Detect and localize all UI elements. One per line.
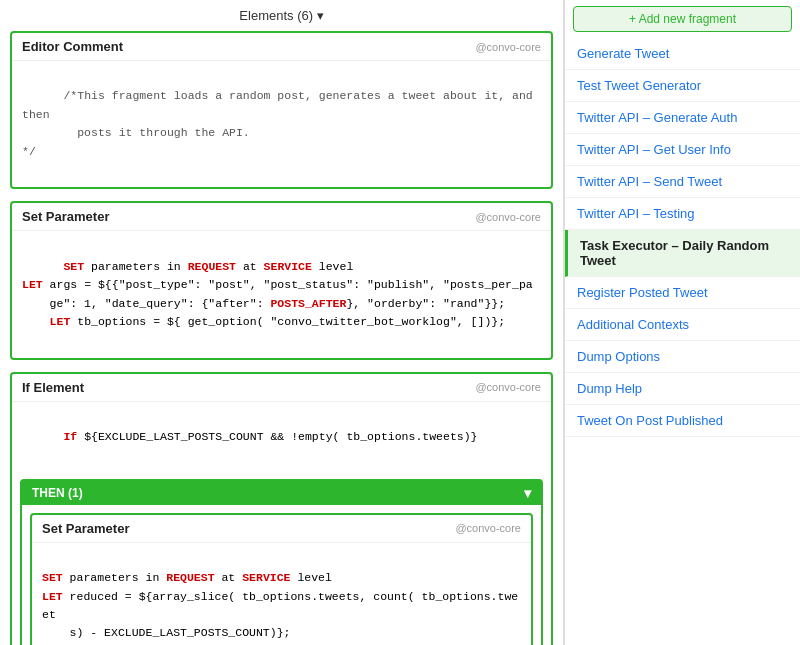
elements-count: Elements (6) ▾	[239, 8, 323, 23]
set-text-3: level	[312, 260, 353, 273]
editor-comment-source: @convo-core	[475, 41, 541, 53]
editor-comment-block: Editor Comment @convo-core /*This fragme…	[10, 31, 553, 189]
sidebar-item-additional-contexts[interactable]: Additional Contexts	[565, 309, 800, 341]
if-element-title: If Element	[22, 380, 84, 395]
sidebar-item-task-executor-daily-random-tweet[interactable]: Task Executor – Daily Random Tweet	[565, 230, 800, 277]
elements-header[interactable]: Elements (6) ▾	[10, 0, 553, 31]
then-reduced-text: reduced = ${array_slice( tb_options.twee…	[42, 590, 518, 640]
then-level-text: level	[290, 571, 331, 584]
add-fragment-button[interactable]: + Add new fragment	[573, 6, 792, 32]
sidebar-item-dump-options[interactable]: Dump Options	[565, 341, 800, 373]
args-text-2: }, "orderby": "rand"}};	[346, 297, 505, 310]
sidebar-item-generate-tweet[interactable]: Generate Tweet	[565, 38, 800, 70]
then-inner: Set Parameter @convo-core SET parameters…	[22, 505, 541, 645]
sidebar-item-register-posted-tweet[interactable]: Register Posted Tweet	[565, 277, 800, 309]
sidebar-item-twitter-api-get-user-info[interactable]: Twitter API – Get User Info	[565, 134, 800, 166]
set-text-2: at	[236, 260, 264, 273]
editor-comment-header: Editor Comment @convo-core	[12, 33, 551, 61]
sidebar-item-dump-help[interactable]: Dump Help	[565, 373, 800, 405]
then-set-parameter-source: @convo-core	[455, 522, 521, 534]
editor-comment-text: /*This fragment loads a random post, gen…	[22, 89, 540, 157]
if-kw: If	[63, 430, 77, 443]
if-element-block: If Element @convo-core If ${EXCLUDE_LAST…	[10, 372, 553, 645]
set-parameter-block-1: Set Parameter @convo-core SET parameters…	[10, 201, 553, 359]
then-set-parameter-block: Set Parameter @convo-core SET parameters…	[30, 513, 533, 645]
posts-after-kw: POSTS_AFTER	[270, 297, 346, 310]
tb-text: tb_options = ${ get_option( "convo_twitt…	[70, 315, 505, 328]
then-chevron-icon: ▾	[524, 485, 531, 501]
set-parameter-1-header: Set Parameter @convo-core	[12, 203, 551, 231]
right-panel: + Add new fragment Generate Tweet Test T…	[564, 0, 800, 645]
let-kw-1: LET	[22, 278, 43, 291]
let-kw-2: LET	[22, 315, 70, 328]
editor-comment-title: Editor Comment	[22, 39, 123, 54]
then-set-parameter-body: SET parameters in REQUEST at SERVICE lev…	[32, 543, 531, 645]
sidebar-item-twitter-api-generate-auth[interactable]: Twitter API – Generate Auth	[565, 102, 800, 134]
editor-comment-body: /*This fragment loads a random post, gen…	[12, 61, 551, 187]
then-set-text: parameters in	[63, 571, 167, 584]
set-kw: SET	[63, 260, 84, 273]
then-let-kw-1: LET	[42, 590, 63, 603]
sidebar-item-twitter-api-testing[interactable]: Twitter API – Testing	[565, 198, 800, 230]
set-parameter-1-source: @convo-core	[475, 211, 541, 223]
then-label: THEN (1)	[32, 486, 83, 500]
set-text-1: parameters in	[91, 260, 188, 273]
then-set-parameter-title: Set Parameter	[42, 521, 129, 536]
if-condition: ${EXCLUDE_LAST_POSTS_COUNT && !empty( tb…	[77, 430, 477, 443]
then-service-kw: SERVICE	[242, 571, 290, 584]
sidebar-item-test-tweet-generator[interactable]: Test Tweet Generator	[565, 70, 800, 102]
if-condition-body: If ${EXCLUDE_LAST_POSTS_COUNT && !empty(…	[12, 402, 551, 473]
sidebar-item-tweet-on-post-published[interactable]: Tweet On Post Published	[565, 405, 800, 437]
then-set-kw: SET	[42, 571, 63, 584]
set-parameter-1-title: Set Parameter	[22, 209, 109, 224]
then-at-text: at	[215, 571, 243, 584]
then-request-kw: REQUEST	[166, 571, 214, 584]
service-kw: SERVICE	[264, 260, 312, 273]
then-header[interactable]: THEN (1) ▾	[22, 481, 541, 505]
left-panel: Elements (6) ▾ Editor Comment @convo-cor…	[0, 0, 564, 645]
request-kw: REQUEST	[188, 260, 236, 273]
if-element-header: If Element @convo-core	[12, 374, 551, 402]
sidebar-item-twitter-api-send-tweet[interactable]: Twitter API – Send Tweet	[565, 166, 800, 198]
then-block: THEN (1) ▾ Set Parameter @convo-core SET…	[20, 479, 543, 645]
then-set-parameter-header: Set Parameter @convo-core	[32, 515, 531, 543]
set-parameter-1-body: SET parameters in REQUEST at SERVICE lev…	[12, 231, 551, 357]
if-element-source: @convo-core	[475, 381, 541, 393]
